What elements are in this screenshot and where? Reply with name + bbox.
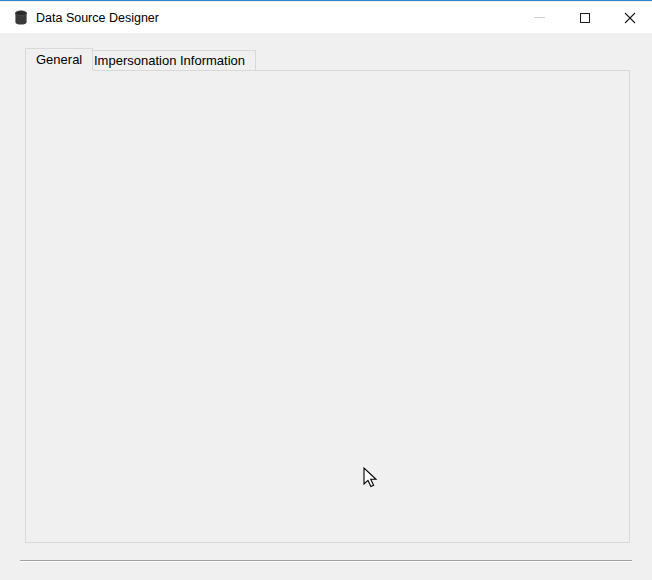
- bottom-separator: [20, 560, 632, 562]
- window-title: Data Source Designer: [36, 11, 159, 25]
- database-icon: [13, 10, 29, 26]
- close-icon: [624, 12, 636, 24]
- minimize-button: [517, 2, 562, 33]
- maximize-icon: [580, 13, 590, 23]
- data-source-designer-dialog: Data Source Designer General Impersonati…: [0, 0, 652, 580]
- tab-general[interactable]: General: [25, 48, 93, 71]
- titlebar[interactable]: Data Source Designer: [0, 2, 652, 33]
- minimize-icon: [534, 17, 545, 18]
- general-tab-panel: [25, 70, 630, 543]
- tab-impersonation-information[interactable]: Impersonation Information: [84, 50, 256, 71]
- close-button[interactable]: [607, 2, 652, 33]
- maximize-button[interactable]: [562, 2, 607, 33]
